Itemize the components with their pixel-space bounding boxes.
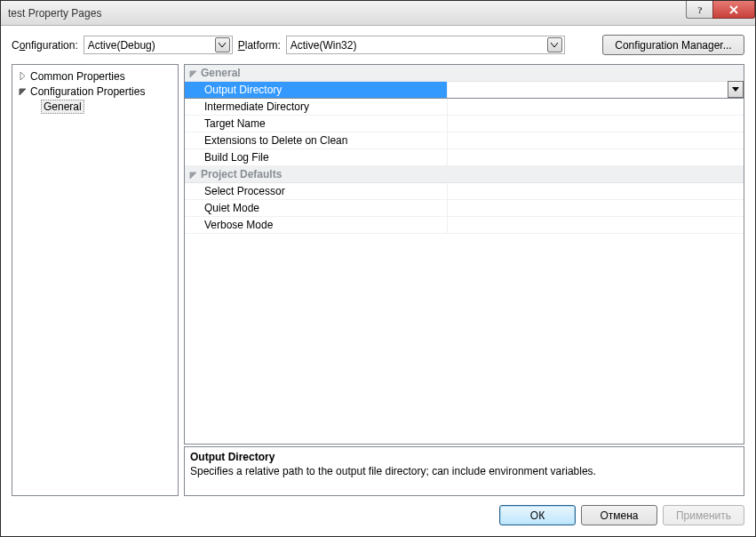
property-name: Extensions to Delete on Clean <box>185 132 448 148</box>
tree-node-configuration-properties[interactable]: Configuration Properties <box>14 84 176 99</box>
property-name: Select Processor <box>185 183 448 199</box>
tree-collapse-icon[interactable] <box>185 171 201 179</box>
property-row-output-directory[interactable]: Output Directory <box>185 82 744 99</box>
property-name: Output Directory <box>185 82 448 98</box>
config-toolbar: Configuration: Active(Debug) Platform: A… <box>12 35 744 55</box>
category-project-defaults[interactable]: Project Defaults <box>185 166 744 183</box>
tree-collapse-icon[interactable] <box>16 87 28 95</box>
dropdown-button[interactable] <box>728 81 744 98</box>
ok-button[interactable]: ОК <box>499 505 576 525</box>
description-text: Specifies a relative path to the output … <box>190 465 738 477</box>
property-value[interactable] <box>448 200 744 216</box>
property-value[interactable] <box>448 116 744 132</box>
property-grid[interactable]: General Output Directory Intermediate Di… <box>184 64 744 445</box>
main-area: Common Properties Configuration Properti… <box>12 64 744 496</box>
chevron-down-icon[interactable] <box>215 37 230 52</box>
property-name: Intermediate Directory <box>185 99 448 115</box>
property-value[interactable] <box>448 82 744 98</box>
property-value[interactable] <box>448 132 744 148</box>
right-column: General Output Directory Intermediate Di… <box>184 64 744 496</box>
configuration-value: Active(Debug) <box>88 39 215 52</box>
property-name: Target Name <box>185 116 448 132</box>
configuration-label: Configuration: <box>12 39 78 52</box>
platform-label: Platform: <box>238 39 281 52</box>
property-value[interactable] <box>448 149 744 165</box>
tree-collapse-icon[interactable] <box>185 69 201 77</box>
configuration-combo[interactable]: Active(Debug) <box>84 36 233 54</box>
titlebar[interactable]: test Property Pages ? <box>1 1 755 26</box>
window-title: test Property Pages <box>8 7 686 20</box>
tree-node-common-properties[interactable]: Common Properties <box>14 68 176 84</box>
description-pane: Output Directory Specifies a relative pa… <box>184 446 744 496</box>
cancel-button[interactable]: Отмена <box>581 505 657 525</box>
property-row-extensions-delete-clean[interactable]: Extensions to Delete on Clean <box>185 132 744 149</box>
tree-node-general[interactable]: General <box>14 99 176 114</box>
navigation-tree[interactable]: Common Properties Configuration Properti… <box>12 64 179 496</box>
tree-expand-icon[interactable] <box>16 72 28 80</box>
property-name: Build Log File <box>185 149 448 165</box>
property-row-quiet-mode[interactable]: Quiet Mode <box>185 200 744 217</box>
close-button[interactable] <box>712 1 755 19</box>
svg-text:?: ? <box>697 4 703 15</box>
dialog-footer: ОК Отмена Применить <box>12 496 744 525</box>
property-value[interactable] <box>448 183 744 199</box>
property-row-select-processor[interactable]: Select Processor <box>185 183 744 200</box>
description-title: Output Directory <box>190 451 738 463</box>
property-name: Quiet Mode <box>185 200 448 216</box>
category-general[interactable]: General <box>185 65 744 82</box>
client-area: Configuration: Active(Debug) Platform: A… <box>1 26 755 536</box>
property-value[interactable] <box>448 217 744 233</box>
property-row-intermediate-directory[interactable]: Intermediate Directory <box>185 99 744 116</box>
property-row-target-name[interactable]: Target Name <box>185 116 744 132</box>
property-row-build-log-file[interactable]: Build Log File <box>185 149 744 166</box>
configuration-manager-button[interactable]: Configuration Manager... <box>602 35 744 55</box>
chevron-down-icon[interactable] <box>547 37 562 52</box>
titlebar-buttons: ? <box>686 1 755 25</box>
platform-combo[interactable]: Active(Win32) <box>286 36 565 54</box>
help-button[interactable]: ? <box>686 1 712 19</box>
property-row-verbose-mode[interactable]: Verbose Mode <box>185 217 744 234</box>
property-name: Verbose Mode <box>185 217 448 233</box>
dialog-window: test Property Pages ? Configuration: Act… <box>0 0 756 537</box>
apply-button[interactable]: Применить <box>663 505 744 525</box>
platform-value: Active(Win32) <box>290 39 547 52</box>
property-value[interactable] <box>448 99 744 115</box>
